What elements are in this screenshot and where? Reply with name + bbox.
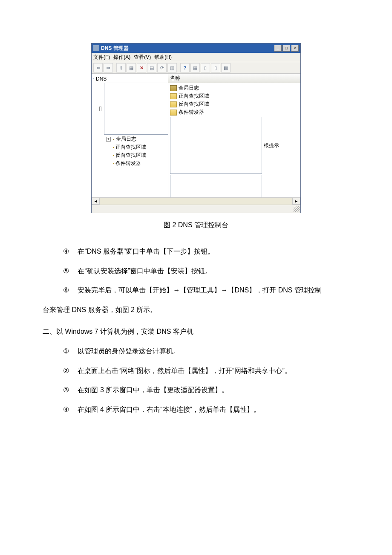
page-icon xyxy=(170,117,262,174)
app-icon xyxy=(93,45,99,51)
window-controls: _ □ × xyxy=(274,45,299,52)
folder-icon xyxy=(113,155,114,156)
scroll-right-icon[interactable]: ► xyxy=(292,198,300,205)
tree-forward-zone[interactable]: 正向查找区域 xyxy=(92,143,167,151)
resize-grip-icon[interactable] xyxy=(294,206,300,212)
step-number: ③ xyxy=(63,381,73,399)
figure-caption: 图 2 DNS 管理控制台 xyxy=(43,221,349,230)
toolbar-icon-2[interactable]: ▯ xyxy=(201,63,210,72)
list-item[interactable]: 正向查找区域 xyxy=(169,92,300,100)
separator xyxy=(114,63,115,72)
list-item[interactable]: 根提示 xyxy=(169,116,300,174)
step-text: 在“DNS 服务器”窗口中单击【下一步】按钮。 xyxy=(78,248,214,255)
back-icon[interactable]: ⇦ xyxy=(93,63,103,72)
close-button[interactable]: × xyxy=(291,45,299,52)
s2-step-1: ① 以管理员的身份登录这台计算机。 xyxy=(43,342,349,360)
toolbar-icon-4[interactable]: ▧ xyxy=(221,63,231,72)
step-number: ① xyxy=(63,342,73,360)
menu-file[interactable]: 文件(F) xyxy=(93,54,110,61)
toolbar: ⇦ ⇨ ⇧ ▦ ✕ ▤ ⟳ ▥ ? ▦ ▯ ▯ ▧ xyxy=(92,62,300,74)
export-icon[interactable]: ▥ xyxy=(167,63,177,72)
list-column-header[interactable]: 名称 xyxy=(168,74,300,83)
log-icon xyxy=(170,85,177,91)
document-page: DNS 管理器 _ □ × 文件(F) 操作(A) 查看(V) 帮助(H) ⇦ … xyxy=(0,0,392,445)
list-item-label: 正向查找区域 xyxy=(179,92,209,100)
tree-reverse-zone[interactable]: 反向查找区域 xyxy=(92,151,167,159)
tree-cond-forwarder[interactable]: 条件转发器 xyxy=(92,159,167,168)
list-item[interactable]: 转发器 xyxy=(169,174,300,197)
scroll-track[interactable] xyxy=(100,198,292,205)
step-number: ④ xyxy=(63,401,73,419)
titlebar-left: DNS 管理器 xyxy=(93,45,129,52)
collapse-icon[interactable]: - xyxy=(99,107,101,111)
toolbar-icon-1[interactable]: ▦ xyxy=(190,63,200,72)
col-name: 名称 xyxy=(170,75,180,81)
step-text: 以管理员的身份登录这台计算机。 xyxy=(78,347,180,355)
s2-step-2: ② 在桌面上右击“网络”图标，然后单击【属性】，打开“网络和共享中心”。 xyxy=(43,362,349,380)
delete-icon[interactable]: ✕ xyxy=(137,63,146,72)
list-item-label: 反向查找区域 xyxy=(179,101,209,108)
tree-root-dns[interactable]: DNS xyxy=(92,75,167,82)
page-header-rule xyxy=(43,30,349,30)
list-pane: 名称 全局日志 正向查找区域 反向查找区域 xyxy=(168,74,300,197)
expand-icon[interactable]: + xyxy=(106,137,111,142)
up-icon[interactable]: ⇧ xyxy=(116,63,126,72)
section-2-heading: 二、以 Windows 7 计算机为例，安装 DNS 客户机 xyxy=(43,323,349,341)
step-4: ④ 在“DNS 服务器”窗口中单击【下一步】按钮。 xyxy=(43,243,349,260)
toolbar-icon-3[interactable]: ▯ xyxy=(211,63,220,72)
tree-pane: DNS - SERVER1 + 全局日志 正向查找区域 xyxy=(92,74,168,197)
list-item[interactable]: 反向查找区域 xyxy=(169,100,300,108)
maximize-button[interactable]: □ xyxy=(282,45,290,52)
server-icon xyxy=(104,83,168,135)
content-area: DNS - SERVER1 + 全局日志 正向查找区域 xyxy=(92,74,300,197)
folder-icon xyxy=(113,163,114,164)
tree-item-label: 反向查找区域 xyxy=(115,152,146,159)
tree-server[interactable]: - SERVER1 xyxy=(92,82,167,135)
step-text: 安装完毕后，可以单击【开始】→【管理工具】→【DNS】，打开 DNS 管理控制 xyxy=(78,286,321,294)
list-item-label: 根提示 xyxy=(264,142,279,149)
list-item[interactable]: 全局日志 xyxy=(169,84,300,92)
list-item[interactable]: 条件转发器 xyxy=(169,108,300,116)
titlebar: DNS 管理器 _ □ × xyxy=(92,43,300,53)
step-6-line2: 台来管理 DNS 服务器，如图 2 所示。 xyxy=(43,301,349,319)
window-title: DNS 管理器 xyxy=(101,45,129,52)
step-number: ⑤ xyxy=(63,262,73,280)
menu-action[interactable]: 操作(A) xyxy=(113,54,130,61)
forward-icon[interactable]: ⇨ xyxy=(104,63,113,72)
step-6-line1: ⑥ 安装完毕后，可以单击【开始】→【管理工具】→【DNS】，打开 DNS 管理控… xyxy=(43,281,349,299)
menu-help[interactable]: 帮助(H) xyxy=(154,54,172,61)
log-icon xyxy=(113,139,114,140)
s2-step-4: ④ 在如图 4 所示窗口中，右击“本地连接”，然后单击【属性】。 xyxy=(43,401,349,419)
list-item-label: 全局日志 xyxy=(179,84,199,92)
folder-icon xyxy=(113,147,114,148)
show-hide-tree-icon[interactable]: ▦ xyxy=(127,63,136,72)
folder-icon xyxy=(170,93,177,99)
step-number: ② xyxy=(63,362,73,380)
help-icon[interactable]: ? xyxy=(180,63,190,72)
tree-root-label: DNS xyxy=(96,76,107,82)
tree-item-label: 正向查找区域 xyxy=(115,144,146,151)
step-text: 在桌面上右击“网络”图标，然后单击【属性】，打开“网络和共享中心”。 xyxy=(78,367,291,374)
scroll-left-icon[interactable]: ◄ xyxy=(92,198,100,205)
step-number: ④ xyxy=(63,243,73,260)
dns-icon xyxy=(93,78,94,79)
step-text: 在“确认安装选择”窗口中单击【安装】按钮。 xyxy=(78,267,212,275)
folder-icon xyxy=(170,101,177,107)
page-icon xyxy=(170,175,262,197)
folder-icon xyxy=(170,110,177,116)
s2-step-3: ③ 在如图 3 所示窗口中，单击【更改适配器设置】。 xyxy=(43,381,349,399)
horizontal-scrollbar[interactable]: ◄ ► xyxy=(92,197,300,205)
minimize-button[interactable]: _ xyxy=(274,45,282,52)
step-text: 在如图 3 所示窗口中，单击【更改适配器设置】。 xyxy=(78,386,228,393)
properties-icon[interactable]: ▤ xyxy=(147,63,156,72)
tree-item-label: 全局日志 xyxy=(116,136,136,143)
refresh-icon[interactable]: ⟳ xyxy=(157,63,167,72)
tree-global-log[interactable]: + 全局日志 xyxy=(92,135,167,143)
step-text: 在如图 4 所示窗口中，右击“本地连接”，然后单击【属性】。 xyxy=(78,406,260,413)
menu-bar: 文件(F) 操作(A) 查看(V) 帮助(H) xyxy=(92,53,300,62)
menu-view[interactable]: 查看(V) xyxy=(134,54,151,61)
status-bar xyxy=(92,205,300,213)
list-body: 全局日志 正向查找区域 反向查找区域 条件转发器 xyxy=(168,83,300,197)
separator xyxy=(178,63,179,72)
step-5: ⑤ 在“确认安装选择”窗口中单击【安装】按钮。 xyxy=(43,262,349,280)
